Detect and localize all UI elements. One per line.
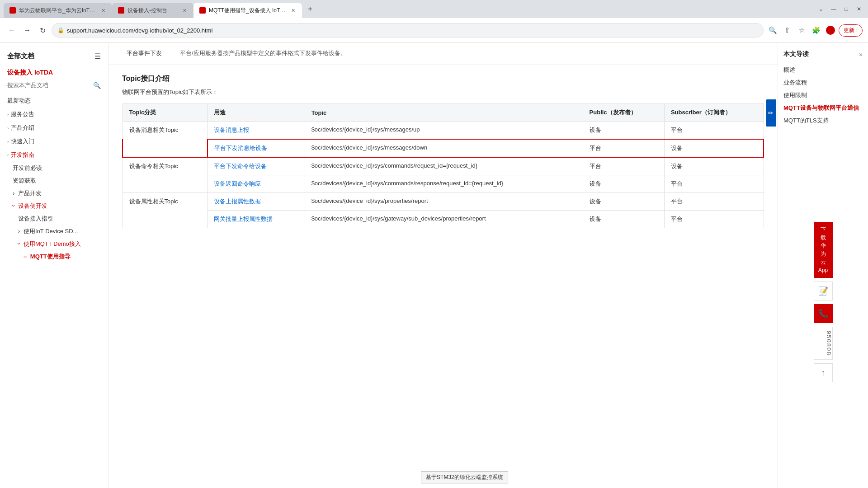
page-body: 全部文档 ☰ 设备接入 IoTDA 搜索本产品文档 🔍 最新动态 › 服务公告 … bbox=[0, 43, 868, 488]
extensions-button[interactable]: 🧩 bbox=[810, 24, 822, 37]
sidebar-item-latest-label: 最新动态 bbox=[7, 97, 31, 105]
usage-cell-3-2[interactable]: 网关批量上报属性数据 bbox=[208, 211, 305, 228]
scroll-top-btn[interactable]: ↑ bbox=[814, 363, 833, 382]
table-row: 设备返回命令响应 $oc/devices/{device_id}/sys/com… bbox=[123, 175, 764, 193]
feedback-icon: 📝 bbox=[818, 286, 828, 296]
tab-1-close[interactable]: ✕ bbox=[99, 7, 107, 14]
sidebar-item-devguide[interactable]: › 开发指南 bbox=[0, 148, 108, 162]
forward-button[interactable]: → bbox=[21, 24, 33, 37]
sidebar-sub-item-productdev[interactable]: › 产品开发 bbox=[0, 187, 108, 200]
sidebar-sub-sub-item-sdk[interactable]: › 使用IoT Device SD... bbox=[0, 225, 108, 238]
category-cell-2: 设备命令相关Topic bbox=[123, 157, 208, 193]
toc-item-workflow[interactable]: 业务流程 bbox=[783, 76, 863, 89]
subscriber-cell-1-2: 设备 bbox=[664, 139, 764, 157]
tab-3[interactable]: MQTT使用指导_设备接入 IoTDA... ✕ bbox=[193, 3, 302, 18]
content-tab-platform-event[interactable]: 平台事件下发 bbox=[118, 43, 171, 65]
sidebar-sub-sub-item-mqtt-demo[interactable]: › 使用MQTT Demo接入 bbox=[0, 238, 108, 250]
toc-item-mqtt-comm-label: MQTT设备与物联网平台通信 bbox=[783, 104, 859, 111]
arrow-icon-2: › bbox=[7, 125, 9, 131]
tab-3-close[interactable]: ✕ bbox=[289, 7, 297, 14]
topic-table: Topic分类 用途 Topic Public（发布者） Subscriber（… bbox=[122, 103, 764, 228]
sidebar-sub-item-resources-label: 资源获取 bbox=[13, 177, 36, 184]
sidebar-header: 全部文档 ☰ bbox=[0, 48, 108, 64]
sidebar-search[interactable]: 搜索本产品文档 🔍 bbox=[0, 80, 108, 94]
scroll-top-icon: ↑ bbox=[821, 368, 826, 378]
sidebar-section-title: 设备接入 IoTDA bbox=[0, 64, 108, 80]
sidebar-sub-sub-item-mqtt-demo-label: 使用MQTT Demo接入 bbox=[24, 240, 81, 247]
tab-2[interactable]: 设备接入-控制台 ✕ bbox=[112, 3, 193, 18]
topic-cell-2-1: $oc/devices/{device_id}/sys/commands/req… bbox=[305, 157, 583, 175]
usage-cell-1-2[interactable]: 平台下发消息给设备 bbox=[208, 139, 305, 157]
sidebar-sub-item-prereq[interactable]: 开发前必读 bbox=[0, 162, 108, 174]
col-header-topic: Topic bbox=[305, 104, 583, 122]
address-bar[interactable]: 🔒 support.huaweicloud.com/devg-iothub/io… bbox=[52, 23, 764, 38]
phone-btn[interactable]: 📞 bbox=[814, 304, 833, 323]
sidebar-item-devguide-label: 开发指南 bbox=[11, 151, 34, 159]
back-button[interactable]: ← bbox=[5, 24, 18, 37]
phone-icon: 📞 bbox=[818, 309, 828, 319]
tab-3-title: MQTT使用指导_设备接入 IoTDA... bbox=[209, 7, 287, 14]
article: Topic接口介绍 物联网平台预置的Topic如下表所示： Topic分类 用途… bbox=[108, 65, 778, 246]
topic-cell-1-2: $oc/devices/{device_id}/sys/messages/dow… bbox=[305, 139, 583, 157]
update-button[interactable]: 更新 : bbox=[839, 24, 863, 37]
sidebar-item-quickstart[interactable]: › 快速入门 bbox=[0, 135, 108, 148]
sidebar-sub-sub-item-mqtt-guide[interactable]: – MQTT使用指导 bbox=[0, 250, 108, 263]
tab-3-favicon bbox=[199, 7, 206, 14]
float-actions: ✏ 下载华为云App 📝 📞 950808 ↑ bbox=[783, 141, 863, 382]
new-tab-button[interactable]: + bbox=[304, 3, 316, 15]
sidebar-sub-item-resources[interactable]: 资源获取 bbox=[0, 174, 108, 187]
toc-title: 本文导读 bbox=[783, 50, 809, 58]
subscriber-cell-3-1: 平台 bbox=[664, 193, 764, 211]
tab-2-close[interactable]: ✕ bbox=[181, 7, 188, 14]
phone-number[interactable]: 950808 bbox=[814, 327, 833, 360]
usage-cell-3-1[interactable]: 设备上报属性数据 bbox=[208, 193, 305, 211]
usage-cell-2-2[interactable]: 设备返回命令响应 bbox=[208, 175, 305, 193]
tab-1[interactable]: 华为云物联网平台_华为云IoT平台... ✕ bbox=[4, 3, 112, 18]
sidebar-item-announcement[interactable]: › 服务公告 bbox=[0, 108, 108, 121]
publisher-cell-3-2: 设备 bbox=[583, 211, 664, 228]
toc-item-limits[interactable]: 使用限制 bbox=[783, 89, 863, 102]
search-button[interactable]: 🔍 bbox=[766, 24, 779, 37]
topic-cell-3-1: $oc/devices/{device_id}/sys/properties/r… bbox=[305, 193, 583, 211]
lock-icon: 🔒 bbox=[57, 27, 64, 33]
toc-item-tls[interactable]: MQTT的TLS支持 bbox=[783, 114, 863, 127]
bookmark-button[interactable]: ☆ bbox=[795, 24, 808, 37]
download-app-btn[interactable]: 下载华为云App bbox=[814, 222, 833, 278]
sidebar-sub-item-devicedev[interactable]: › 设备侧开发 bbox=[0, 200, 108, 212]
col-header-usage: 用途 bbox=[208, 104, 305, 122]
minimize-btn[interactable]: — bbox=[828, 4, 839, 14]
toc-item-mqtt-comm[interactable]: MQTT设备与物联网平台通信 bbox=[783, 102, 863, 114]
usage-cell-2-1[interactable]: 平台下发命令给设备 bbox=[208, 157, 305, 175]
subscriber-cell-3-2: 平台 bbox=[664, 211, 764, 228]
publisher-cell-2-2: 设备 bbox=[583, 175, 664, 193]
maximize-btn[interactable]: □ bbox=[841, 4, 852, 14]
category-cell-3: 设备属性相关Topic bbox=[123, 193, 208, 228]
download-app-label: 下载华为云App bbox=[818, 226, 828, 273]
sidebar-sub-item-devicedev-label: 设备侧开发 bbox=[18, 202, 47, 209]
topic-cell-2-2: $oc/devices/{device_id}/sys/commands/res… bbox=[305, 175, 583, 193]
search-icon[interactable]: 🔍 bbox=[93, 82, 101, 89]
sidebar-sub-sub-item-mqtt-guide-label: MQTT使用指导 bbox=[30, 253, 71, 260]
toc-expand-btn[interactable]: » bbox=[859, 51, 863, 58]
sidebar-sub-sub-item-sdk-label: 使用IoT Device SD... bbox=[24, 228, 78, 235]
nav-bar: ← → ↻ 🔒 support.huaweicloud.com/devg-iot… bbox=[0, 18, 868, 43]
sidebar-item-announcement-label: 服务公告 bbox=[11, 110, 34, 118]
tab-overflow: ⌄ — □ ✕ bbox=[816, 4, 864, 14]
address-text: support.huaweicloud.com/devg-iothub/iot_… bbox=[67, 27, 758, 34]
col-header-subscriber: Subscriber（订阅者） bbox=[664, 104, 764, 122]
sidebar-sub-sub-item-guide[interactable]: 设备接入指引 bbox=[0, 212, 108, 225]
usage-cell-1-1[interactable]: 设备消息上报 bbox=[208, 122, 305, 140]
toc-item-overview[interactable]: 概述 bbox=[783, 64, 863, 76]
share-button[interactable]: ⇧ bbox=[781, 24, 793, 37]
tab-overflow-btn[interactable]: ⌄ bbox=[816, 4, 826, 14]
feedback-btn[interactable]: 📝 bbox=[814, 282, 833, 300]
refresh-button[interactable]: ↻ bbox=[36, 24, 49, 37]
tab-2-title: 设备接入-控制台 bbox=[127, 7, 178, 14]
profile-button[interactable] bbox=[824, 24, 837, 37]
right-toc: 本文导读 » 概述 业务流程 使用限制 MQTT设备与物联网平台通信 MQTT的… bbox=[778, 43, 868, 488]
menu-icon[interactable]: ☰ bbox=[94, 52, 101, 61]
tab-2-favicon bbox=[118, 7, 125, 14]
sidebar-item-latest[interactable]: 最新动态 bbox=[0, 94, 108, 108]
sidebar-item-product[interactable]: › 产品介绍 bbox=[0, 121, 108, 135]
close-window-btn[interactable]: ✕ bbox=[854, 4, 864, 14]
